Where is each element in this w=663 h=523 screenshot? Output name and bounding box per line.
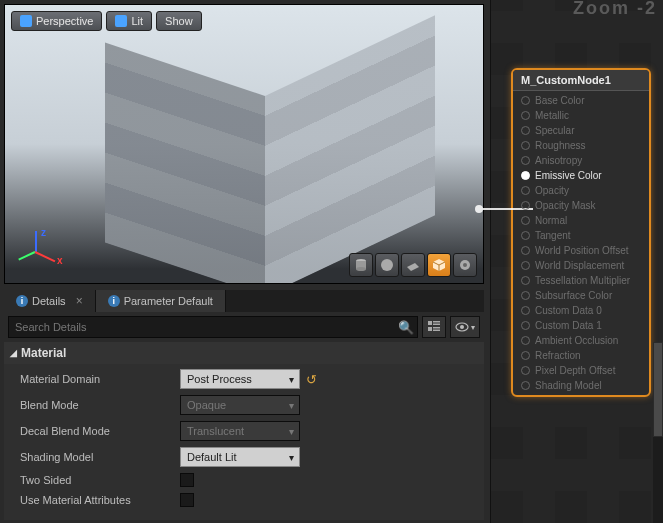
info-icon: i (108, 295, 120, 307)
material-output-node[interactable]: M_CustomNode1 Base ColorMetallicSpecular… (511, 68, 651, 397)
perspective-button[interactable]: Perspective (11, 11, 102, 31)
pin-world-position-offset[interactable]: World Position Offset (513, 243, 649, 258)
tab-details-label: Details (32, 295, 66, 307)
prop-label: Shading Model (20, 451, 180, 463)
svg-point-2 (356, 267, 366, 271)
pin-socket-icon (521, 306, 530, 315)
pin-base-color[interactable]: Base Color (513, 93, 649, 108)
svg-point-3 (381, 259, 393, 271)
tab-params-label: Parameter Default (124, 295, 213, 307)
pin-label: Custom Data 0 (535, 305, 602, 316)
primitive-cylinder-button[interactable] (349, 253, 373, 277)
search-input[interactable] (8, 316, 418, 338)
use-material-attributes-checkbox[interactable] (180, 493, 194, 507)
svg-rect-9 (428, 321, 432, 325)
pin-tessellation-multiplier[interactable]: Tessellation Multiplier (513, 273, 649, 288)
svg-rect-12 (428, 327, 432, 331)
node-title: M_CustomNode1 (513, 70, 649, 91)
prop-shading-model: Shading Model Default Lit (4, 444, 484, 470)
tab-details[interactable]: i Details × (4, 290, 96, 312)
pin-label: Emissive Color (535, 170, 602, 181)
pin-ambient-occlusion[interactable]: Ambient Occlusion (513, 333, 649, 348)
prop-decal-blend-mode: Decal Blend Mode Translucent (4, 418, 484, 444)
svg-rect-13 (433, 327, 440, 329)
prop-blend-mode: Blend Mode Opaque (4, 392, 484, 418)
lit-button[interactable]: Lit (106, 11, 152, 31)
cube-icon (115, 15, 127, 27)
close-icon[interactable]: × (76, 294, 83, 308)
prop-label: Material Domain (20, 373, 180, 385)
section-header-material[interactable]: ◢ Material (4, 342, 484, 364)
scrollbar-thumb[interactable] (653, 342, 663, 437)
pin-pixel-depth-offset[interactable]: Pixel Depth Offset (513, 363, 649, 378)
material-domain-dropdown[interactable]: Post Process (180, 369, 300, 389)
prop-two-sided: Two Sided (4, 470, 484, 490)
pin-subsurface-color[interactable]: Subsurface Color (513, 288, 649, 303)
pin-socket-icon (521, 276, 530, 285)
preview-mesh (85, 14, 405, 284)
pin-specular[interactable]: Specular (513, 123, 649, 138)
material-viewport[interactable]: Perspective Lit Show z x (4, 4, 484, 284)
pin-custom-data-1[interactable]: Custom Data 1 (513, 318, 649, 333)
pin-socket-icon (521, 216, 530, 225)
pin-tangent[interactable]: Tangent (513, 228, 649, 243)
zoom-level-label: Zoom -2 (573, 0, 657, 19)
pin-label: Subsurface Color (535, 290, 612, 301)
pin-label: Refraction (535, 350, 581, 361)
decal-blend-mode-dropdown[interactable]: Translucent (180, 421, 300, 441)
show-button[interactable]: Show (156, 11, 202, 31)
pin-opacity-mask[interactable]: Opacity Mask (513, 198, 649, 213)
pin-anisotropy[interactable]: Anisotropy (513, 153, 649, 168)
primitive-cube-button[interactable] (427, 253, 451, 277)
primitive-selector (349, 253, 477, 277)
chevron-down-icon: ▾ (471, 323, 475, 332)
pin-socket-icon (521, 141, 530, 150)
primitive-plane-button[interactable] (401, 253, 425, 277)
svg-rect-14 (433, 330, 440, 332)
expand-icon: ◢ (10, 348, 17, 358)
pin-roughness[interactable]: Roughness (513, 138, 649, 153)
pin-label: Pixel Depth Offset (535, 365, 615, 376)
pin-socket-icon (521, 261, 530, 270)
pin-socket-icon (521, 126, 530, 135)
pin-label: Metallic (535, 110, 569, 121)
pin-label: Shading Model (535, 380, 602, 391)
pin-normal[interactable]: Normal (513, 213, 649, 228)
prop-label: Decal Blend Mode (20, 425, 180, 437)
search-icon[interactable]: 🔍 (398, 319, 414, 335)
details-scrollbar[interactable] (653, 342, 663, 523)
property-matrix-button[interactable] (422, 316, 446, 338)
tab-parameter-defaults[interactable]: i Parameter Default (96, 290, 226, 312)
pin-label: Opacity (535, 185, 569, 196)
show-label: Show (165, 15, 193, 27)
svg-point-8 (463, 263, 467, 267)
primitive-sphere-button[interactable] (375, 253, 399, 277)
blend-mode-dropdown[interactable]: Opaque (180, 395, 300, 415)
pin-custom-data-0[interactable]: Custom Data 0 (513, 303, 649, 318)
reset-to-default-icon[interactable]: ↺ (306, 372, 317, 387)
pin-world-displacement[interactable]: World Displacement (513, 258, 649, 273)
shading-model-dropdown[interactable]: Default Lit (180, 447, 300, 467)
pin-emissive-color[interactable]: Emissive Color (513, 168, 649, 183)
pin-opacity[interactable]: Opacity (513, 183, 649, 198)
details-search-box: 🔍 (8, 316, 418, 338)
pin-metallic[interactable]: Metallic (513, 108, 649, 123)
primitive-custom-button[interactable] (453, 253, 477, 277)
lit-label: Lit (131, 15, 143, 27)
pin-socket-icon (521, 156, 530, 165)
pin-label: Tessellation Multiplier (535, 275, 630, 286)
pin-socket-icon (521, 186, 530, 195)
material-graph[interactable]: Zoom -2 M_CustomNode1 Base ColorMetallic… (490, 0, 663, 523)
view-options-button[interactable]: ▾ (450, 316, 480, 338)
pin-socket-icon (521, 111, 530, 120)
pin-label: World Position Offset (535, 245, 629, 256)
two-sided-checkbox[interactable] (180, 473, 194, 487)
pin-refraction[interactable]: Refraction (513, 348, 649, 363)
pin-label: Specular (535, 125, 574, 136)
grid-icon (427, 320, 441, 334)
pin-label: Opacity Mask (535, 200, 596, 211)
pin-socket-icon (521, 351, 530, 360)
pin-shading-model[interactable]: Shading Model (513, 378, 649, 393)
pin-socket-icon (521, 201, 530, 210)
prop-material-domain: Material Domain Post Process ↺ (4, 366, 484, 392)
